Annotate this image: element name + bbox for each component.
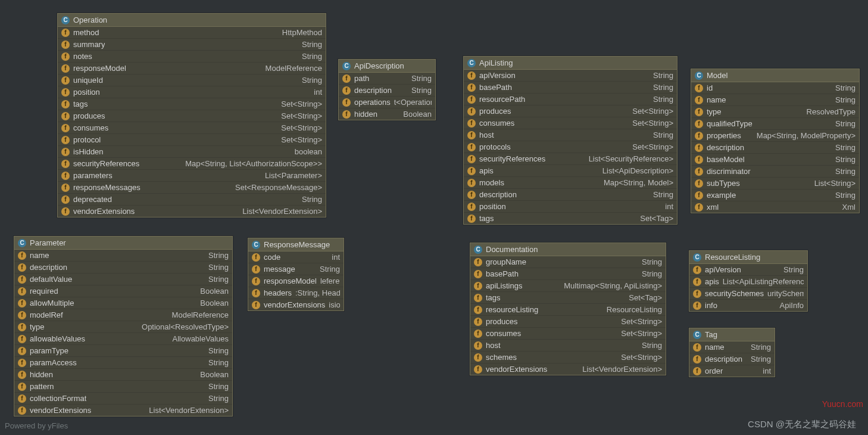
class-header[interactable]: CTag bbox=[689, 328, 775, 341]
field-row[interactable]: fcollectionFormatString bbox=[14, 392, 232, 404]
field-row[interactable]: forderint bbox=[689, 365, 775, 377]
field-row[interactable]: ftagsSet<Tag> bbox=[470, 291, 666, 303]
class-box-resourcelisting[interactable]: CResourceListingfapiVersionStringfapisLi… bbox=[689, 250, 808, 312]
field-row[interactable]: frequiredBoolean bbox=[14, 285, 232, 297]
class-box-responsemessage[interactable]: CResponseMessagefcodeintfmessageStringfr… bbox=[248, 238, 344, 311]
field-row[interactable]: fparamAccessString bbox=[14, 356, 232, 368]
field-row[interactable]: fproducesSet<String> bbox=[464, 105, 677, 117]
field-name: apis bbox=[479, 166, 494, 175]
field-row[interactable]: fbasePathString bbox=[470, 268, 666, 279]
class-box-operation[interactable]: COperationfmethodHttpMethodfsummaryStrin… bbox=[57, 13, 326, 218]
field-row[interactable]: ftagsSet<Tag> bbox=[464, 212, 677, 224]
field-row[interactable]: fallowableValuesAllowableValues bbox=[14, 333, 232, 344]
field-row[interactable]: fapiListingsMultimap<String, ApiListing> bbox=[470, 279, 666, 291]
field-row[interactable]: fmethodHttpMethod bbox=[58, 27, 326, 38]
field-row[interactable]: ftypeResolvedType bbox=[691, 105, 859, 117]
field-row[interactable]: fdefaultValueString bbox=[14, 273, 232, 285]
class-box-parameter[interactable]: CParameterfnameStringfdescriptionStringf… bbox=[14, 236, 233, 417]
field-row[interactable]: fgroupNameString bbox=[470, 256, 666, 268]
field-row[interactable]: fdescriptionString bbox=[464, 188, 677, 200]
class-header[interactable]: CResourceListing bbox=[689, 251, 807, 264]
field-row[interactable]: fpositionint bbox=[58, 86, 326, 98]
field-row[interactable]: fapiVersionString bbox=[464, 70, 677, 81]
class-box-documentation[interactable]: CDocumentationfgroupNameStringfbasePathS… bbox=[470, 243, 666, 375]
field-row[interactable]: fisHiddenboolean bbox=[58, 145, 326, 157]
field-row[interactable]: fvendorExtensionsList<VendorExtension> bbox=[58, 205, 326, 217]
field-row[interactable]: fproducesSet<String> bbox=[470, 315, 666, 327]
field-row[interactable]: fpropertiesMap<String, ModelProperty> bbox=[691, 129, 859, 141]
field-row[interactable]: fapisList<ApiListingReference> bbox=[689, 275, 807, 287]
field-row[interactable]: fhiddenBoolean bbox=[14, 368, 232, 380]
field-row[interactable]: fsubTypesList<String> bbox=[691, 177, 859, 189]
field-row[interactable]: fbasePathString bbox=[464, 81, 677, 93]
field-row[interactable]: ftagsSet<String> bbox=[58, 98, 326, 110]
class-header[interactable]: COperation bbox=[58, 14, 326, 27]
field-row[interactable]: fcodeint bbox=[248, 251, 344, 263]
field-row[interactable]: fsecurityReferencesMap<String, List<Auth… bbox=[58, 157, 326, 169]
class-header[interactable]: CApiDescription bbox=[339, 60, 435, 73]
field-row[interactable]: fpatternString bbox=[14, 380, 232, 392]
field-row[interactable]: fconsumesSet<String> bbox=[470, 327, 666, 339]
field-row[interactable]: fhostString bbox=[464, 129, 677, 141]
field-row[interactable]: fproducesSet<String> bbox=[58, 110, 326, 122]
field-row[interactable]: finfoApiInfo bbox=[689, 299, 807, 311]
class-box-model[interactable]: CModelfidStringfnameStringftypeResolvedT… bbox=[691, 69, 860, 213]
field-row[interactable]: fxmlXml bbox=[691, 201, 859, 213]
field-row[interactable]: fpositionint bbox=[464, 200, 677, 212]
field-row[interactable]: fmessageString bbox=[248, 263, 344, 275]
field-row[interactable]: fparamTypeString bbox=[14, 344, 232, 356]
class-box-apilisting[interactable]: CApiListingfapiVersionStringfbasePathStr… bbox=[463, 56, 677, 225]
field-row[interactable]: foperationst<Operation> bbox=[339, 96, 435, 108]
field-row[interactable]: fprotocolSet<String> bbox=[58, 133, 326, 145]
class-box-apidescription[interactable]: CApiDescriptionfpathStringfdescriptionSt… bbox=[338, 59, 436, 120]
field-row[interactable]: fsecurityReferencesList<SecurityReferenc… bbox=[464, 153, 677, 164]
field-row[interactable]: fqualifiedTypeString bbox=[691, 117, 859, 129]
field-row[interactable]: fdeprecatedString bbox=[58, 193, 326, 205]
field-row[interactable]: fdescriptionString bbox=[691, 141, 859, 153]
field-row[interactable]: fvendorExtensionsision> bbox=[248, 299, 344, 310]
class-header[interactable]: CParameter bbox=[14, 237, 232, 250]
field-row[interactable]: fsecuritySchemesurityScheme> bbox=[689, 287, 807, 299]
field-row[interactable]: fhostString bbox=[470, 339, 666, 351]
field-row[interactable]: fmodelRefModelReference bbox=[14, 309, 232, 321]
field-row[interactable]: fparametersList<Parameter> bbox=[58, 169, 326, 181]
field-row[interactable]: fapiVersionString bbox=[689, 264, 807, 275]
field-row[interactable]: fidString bbox=[691, 82, 859, 94]
class-box-tag[interactable]: CTagfnameStringfdescriptionStringforderi… bbox=[689, 328, 775, 377]
class-header[interactable]: CResponseMessage bbox=[248, 238, 344, 251]
field-row[interactable]: fbaseModelString bbox=[691, 153, 859, 165]
field-row[interactable]: fprotocolsSet<String> bbox=[464, 141, 677, 153]
field-row[interactable]: fconsumesSet<String> bbox=[58, 122, 326, 133]
field-row[interactable]: fsummaryString bbox=[58, 38, 326, 50]
field-row[interactable]: fresponseMessagesSet<ResponseMessage> bbox=[58, 181, 326, 193]
field-row[interactable]: fnameString bbox=[689, 341, 775, 353]
field-row[interactable]: fdiscriminatorString bbox=[691, 165, 859, 177]
field-row[interactable]: fdescriptionString bbox=[689, 353, 775, 365]
field-row[interactable]: fvendorExtensionsList<VendorExtension> bbox=[14, 404, 232, 416]
field-row[interactable]: fnameString bbox=[691, 94, 859, 105]
field-row[interactable]: fapisList<ApiDescription> bbox=[464, 164, 677, 176]
field-row[interactable]: fschemesSet<String> bbox=[470, 351, 666, 363]
field-row[interactable]: fresourceListingResourceListing bbox=[470, 303, 666, 315]
field-row[interactable]: fresourcePathString bbox=[464, 93, 677, 105]
field-row[interactable]: fpathString bbox=[339, 73, 435, 84]
field-row[interactable]: fconsumesSet<String> bbox=[464, 117, 677, 129]
field-row[interactable]: funiqueIdString bbox=[58, 74, 326, 86]
class-header[interactable]: CApiListing bbox=[464, 57, 677, 70]
field-row[interactable]: fresponseModelModelReference bbox=[58, 62, 326, 74]
class-header[interactable]: CDocumentation bbox=[470, 243, 666, 256]
field-row[interactable]: fallowMultipleBoolean bbox=[14, 297, 232, 309]
field-row[interactable]: fnotesString bbox=[58, 50, 326, 62]
field-row[interactable]: fnameString bbox=[14, 250, 232, 261]
field-row[interactable]: fexampleString bbox=[691, 189, 859, 201]
field-row[interactable]: fmodelsMap<String, Model> bbox=[464, 176, 677, 188]
field-row[interactable]: ftypeOptional<ResolvedType> bbox=[14, 321, 232, 333]
field-row[interactable]: fdescriptionString bbox=[339, 84, 435, 96]
field-row[interactable]: fheaders:String, Header> bbox=[248, 287, 344, 299]
field-row[interactable]: fvendorExtensionsList<VendorExtension> bbox=[470, 363, 666, 375]
field-row[interactable]: fdescriptionString bbox=[14, 261, 232, 273]
field-row[interactable]: fresponseModelleference bbox=[248, 275, 344, 287]
diagram-canvas[interactable]: COperationfmethodHttpMethodfsummaryStrin… bbox=[0, 0, 868, 435]
field-row[interactable]: fhiddenBoolean bbox=[339, 108, 435, 120]
class-header[interactable]: CModel bbox=[691, 69, 859, 82]
